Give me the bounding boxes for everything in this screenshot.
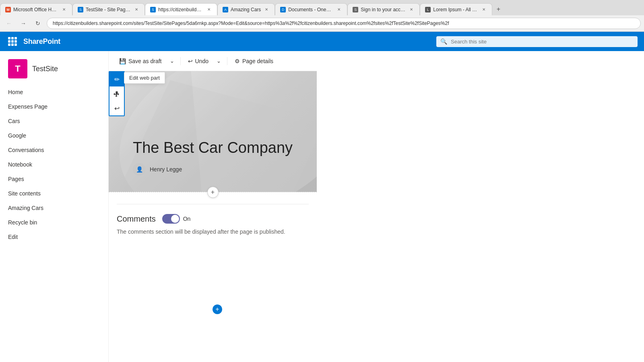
save-label: Save as draft	[128, 58, 162, 64]
sharepoint-app: SharePoint 🔍 T TestSite Home Expenses Pa…	[0, 32, 644, 362]
hero-content: The Best Car Company 👤 Henry Legge	[133, 139, 293, 176]
sidebar-item-pages[interactable]: Pages	[0, 172, 108, 186]
save-as-draft-button[interactable]: 💾 Save as draft	[115, 56, 166, 67]
page-details-label: Page details	[242, 58, 273, 64]
tab-testsite-pages[interactable]: S TestSite - Site Pages - ✕	[72, 3, 145, 15]
tab-favicon: S	[78, 7, 83, 12]
hero-section: The Best Car Company 👤 Henry Legge	[109, 71, 317, 192]
tab-onedrive[interactable]: D Documents - OneDri... ✕	[275, 3, 347, 15]
site-header: T TestSite	[0, 54, 108, 85]
sharepoint-brand: SharePoint	[23, 37, 60, 46]
page-title: The Best Car Company	[133, 139, 293, 156]
refresh-button[interactable]: ↻	[32, 18, 43, 29]
sidebar-item-conversations[interactable]: Conversations	[0, 143, 108, 157]
tab-label: https://citizenbuilders...	[158, 7, 203, 12]
tab-label: Amazing Cars	[231, 7, 261, 12]
forward-button[interactable]: →	[18, 18, 29, 29]
search-container: 🔍	[436, 36, 638, 47]
tab-close-icon[interactable]: ✕	[408, 6, 415, 12]
comments-header: Comments On	[117, 214, 309, 224]
author-section: 👤 Henry Legge	[133, 163, 293, 176]
hero-section-container: ✏ Edit web part ↩	[109, 71, 317, 204]
author-name: Henry Legge	[150, 166, 182, 173]
tab-label: Documents - OneDri...	[288, 7, 333, 12]
search-input[interactable]	[436, 36, 638, 47]
tab-close-icon[interactable]: ✕	[481, 6, 487, 12]
address-bar[interactable]: https://citizenbuilders.sharepoint.com/s…	[47, 18, 641, 29]
tab-favicon: M	[5, 7, 11, 12]
tab-close-icon[interactable]: ✕	[133, 6, 140, 12]
comments-toggle[interactable]: On	[162, 214, 191, 224]
tab-bar: M Microsoft Office Home ✕ S TestSite - S…	[0, 0, 644, 15]
sidebar-item-cars[interactable]: Cars	[0, 114, 108, 128]
sidebar-item-notebook[interactable]: Notebook	[0, 157, 108, 172]
tab-favicon: S	[353, 7, 358, 12]
save-chevron-button[interactable]: ⌄	[167, 56, 177, 66]
sidebar-item-site-contents[interactable]: Site contents	[0, 186, 108, 201]
undo-label: Undo	[195, 58, 208, 64]
save-icon: 💾	[119, 58, 126, 64]
comments-label: Comments	[117, 214, 156, 224]
sidebar-item-recycle-bin[interactable]: Recycle bin	[0, 215, 108, 230]
top-navigation: SharePoint 🔍	[0, 32, 644, 51]
sidebar-item-home[interactable]: Home	[0, 85, 108, 99]
content-wrapper: 💾 Save as draft ⌄ ↩ Undo ⌄ ⚙ Page detail…	[109, 51, 317, 362]
sidebar-item-expenses-page[interactable]: Expenses Page	[0, 99, 108, 114]
undo-chevron-button[interactable]: ⌄	[214, 56, 224, 66]
sidebar-item-amazing-cars[interactable]: Amazing Cars	[0, 201, 108, 215]
add-content-button[interactable]: +	[207, 187, 219, 198]
address-text: https://citizenbuilders.sharepoint.com/s…	[53, 21, 449, 26]
waffle-icon	[8, 37, 17, 46]
tab-label: Microsoft Office Home	[13, 7, 58, 12]
tab-amazing-cars[interactable]: A Amazing Cars ✕	[217, 3, 275, 15]
toolbar-separator-2	[227, 57, 227, 65]
tab-close-icon[interactable]: ✕	[263, 6, 270, 12]
toolbar-separator	[180, 57, 181, 65]
sidebar: T TestSite Home Expenses Page Cars Googl…	[0, 51, 109, 362]
tab-label: Sign in to your accou...	[361, 7, 406, 12]
site-name: TestSite	[32, 65, 58, 73]
reset-webpart-button[interactable]: ↩	[109, 101, 124, 115]
tab-close-icon[interactable]: ✕	[61, 6, 67, 12]
tab-label: TestSite - Site Pages -	[86, 7, 131, 12]
site-icon: T	[8, 59, 27, 78]
section-divider: +	[109, 192, 317, 204]
comments-section: Comments On The comments section will be…	[109, 204, 317, 245]
tab-citizenbuilders[interactable]: S https://citizenbuilders... ✕	[145, 3, 217, 15]
tab-lorem-ipsum[interactable]: L Lorem Ipsum - All the ✕	[420, 3, 492, 15]
tab-close-icon[interactable]: ✕	[336, 6, 342, 12]
main-layout: T TestSite Home Expenses Page Cars Googl…	[0, 51, 644, 362]
tab-label: Lorem Ipsum - All the	[433, 7, 478, 12]
add-section-button[interactable]: +	[213, 304, 222, 314]
webpart-toolbar: ✏ Edit web part ↩	[109, 71, 125, 116]
page-toolbar: 💾 Save as draft ⌄ ↩ Undo ⌄ ⚙ Page detail…	[109, 51, 317, 71]
toggle-switch[interactable]	[162, 214, 180, 224]
edit-webpart-tooltip: Edit web part	[124, 72, 165, 84]
browser-chrome: M Microsoft Office Home ✕ S TestSite - S…	[0, 0, 644, 32]
undo-button[interactable]: ↩ Undo	[184, 56, 213, 67]
tab-favicon: L	[425, 7, 431, 12]
search-icon: 🔍	[440, 38, 447, 45]
move-webpart-button[interactable]	[109, 86, 124, 101]
new-tab-button[interactable]: +	[492, 3, 504, 15]
tab-favicon: A	[223, 7, 228, 12]
toggle-label: On	[183, 216, 191, 222]
undo-icon: ↩	[188, 58, 193, 64]
comments-note: The comments section will be displayed a…	[117, 228, 309, 235]
sidebar-item-google[interactable]: Google	[0, 128, 108, 143]
address-bar-row: ← → ↻ https://citizenbuilders.sharepoint…	[0, 15, 644, 31]
add-content-button-container: +	[207, 187, 219, 198]
tab-close-icon[interactable]: ✕	[206, 6, 212, 12]
page-details-button[interactable]: ⚙ Page details	[231, 56, 277, 67]
toggle-knob	[171, 215, 179, 223]
page-content: ✏ Edit web part ↩	[109, 71, 317, 362]
tab-microsoft-office[interactable]: M Microsoft Office Home ✕	[0, 3, 72, 15]
back-button[interactable]: ←	[3, 18, 14, 29]
edit-webpart-button[interactable]: ✏ Edit web part	[109, 72, 124, 86]
tab-favicon: D	[280, 7, 286, 12]
tab-signin[interactable]: S Sign in to your accou... ✕	[347, 3, 420, 15]
settings-icon: ⚙	[235, 58, 240, 64]
waffle-button[interactable]	[6, 35, 19, 47]
sidebar-item-edit[interactable]: Edit	[0, 230, 108, 244]
avatar: 👤	[133, 163, 146, 176]
